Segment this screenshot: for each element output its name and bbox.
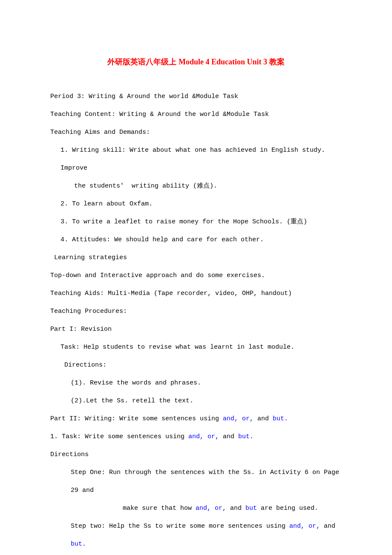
part-1-task: Task: Help students to revise what was l… xyxy=(50,338,342,356)
aims-heading: Teaching Aims and Demands: xyxy=(50,124,342,142)
direction-1: (1). Revise the words and phrases. xyxy=(50,374,342,392)
step-two: Step two: Help the Ss to write some more… xyxy=(50,517,342,553)
document-title: 外研版英语八年级上 Module 4 Education Unit 3 教案 xyxy=(50,51,342,72)
teaching-content-line: Teaching Content: Writing & Around the w… xyxy=(50,106,342,124)
teaching-procedures-heading: Teaching Procedures: xyxy=(50,303,342,321)
period-line: Period 3: Writing & Around the world &Mo… xyxy=(50,88,342,106)
step-three: Step three: Work in pairs to produce a m… xyxy=(50,553,342,555)
part-2-heading: Part II: Writing: Write some sentences u… xyxy=(50,410,342,428)
keyword-and-or: and, or, xyxy=(196,505,226,512)
keyword-and-or: and, or, xyxy=(223,415,254,422)
step-two-c: and xyxy=(320,523,339,530)
aim-2: 2. To learn about Oxfam. xyxy=(50,195,342,213)
task-text-c: and xyxy=(219,433,238,440)
step-one-cont: make sure that how and, or, and but are … xyxy=(50,500,342,517)
keyword-and-or: and, or, xyxy=(188,433,219,440)
part-2-task: 1. Task: Write some sentences using and,… xyxy=(50,428,342,446)
keyword-but: but. xyxy=(273,415,288,422)
part-1-heading: Part I: Revision xyxy=(50,321,342,338)
aim-1-cont: the students' writing ability (难点). xyxy=(50,177,342,195)
directions-heading: Directions: xyxy=(50,356,342,374)
part-2-text-a: Part II: Writing: Write some sentences u… xyxy=(50,415,223,422)
step-two-a: Step two: Help the Ss to write some more… xyxy=(71,523,289,530)
direction-2: (2).Let the Ss. retell the text. xyxy=(50,392,342,410)
aim-4: 4. Attitudes: We should help and care fo… xyxy=(50,231,342,249)
task-text-a: 1. Task: Write some sentences using xyxy=(50,433,188,440)
keyword-but: but. xyxy=(238,433,254,440)
step-one: Step One: Run through the sentences with… xyxy=(50,464,342,500)
step-one-cont-a: make sure that how xyxy=(123,505,196,512)
keyword-and-or: and, or, xyxy=(289,523,320,530)
aim-3: 3. To write a leaflet to raise money for… xyxy=(50,213,342,231)
learning-strategies-text: Top-down and Interactive approach and do… xyxy=(50,267,342,285)
teaching-aids: Teaching Aids: Multi-Media (Tape recorde… xyxy=(50,285,342,303)
learning-strategies-heading: Learning strategies xyxy=(50,249,342,267)
keyword-but: but. xyxy=(71,541,86,548)
keyword-but: but xyxy=(245,505,257,512)
step-one-cont-e: are being used. xyxy=(257,505,318,512)
directions-heading-2: Directions xyxy=(50,446,342,464)
step-one-cont-c: and xyxy=(226,505,245,512)
aim-1: 1. Writing skill: Write about what one h… xyxy=(50,142,342,177)
part-2-text-c: and xyxy=(254,415,273,422)
